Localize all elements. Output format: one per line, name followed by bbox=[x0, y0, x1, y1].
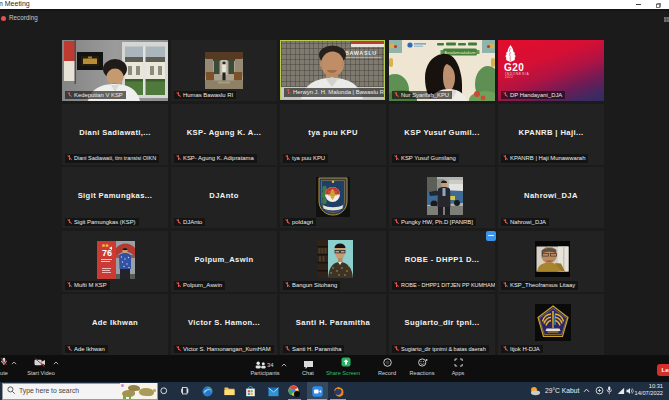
svg-text:76: 76 bbox=[102, 248, 112, 258]
svg-text:Assalamualaikum: Assalamualaikum bbox=[444, 50, 476, 55]
svg-text:2022: 2022 bbox=[505, 75, 513, 79]
